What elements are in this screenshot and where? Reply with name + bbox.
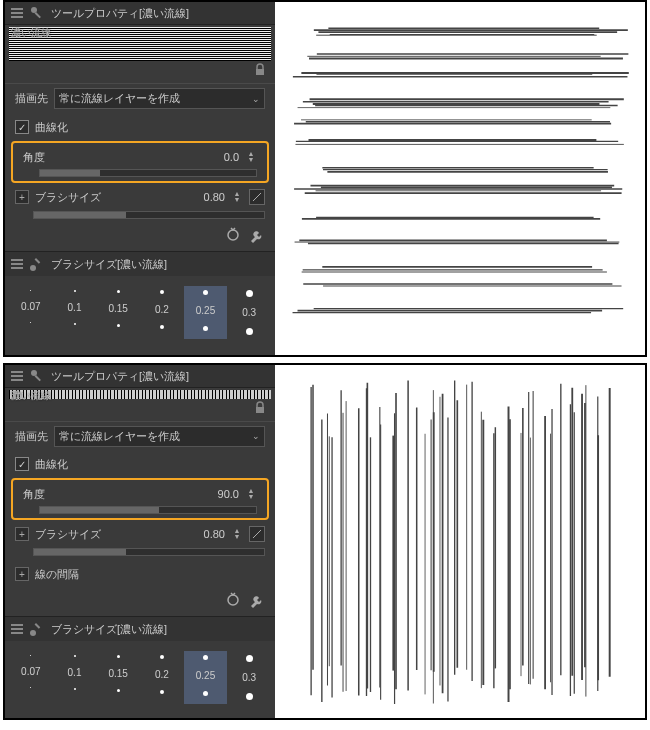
brush-size-stepper[interactable]: ▲▼ [231, 527, 243, 541]
canvas-preview-vertical [275, 365, 645, 718]
dot-icon [74, 323, 76, 325]
angle-row: 角度 0.0 ▲▼ [15, 145, 265, 169]
draw-target-row: 描画先 常に流線レイヤーを作成 ⌄ [5, 421, 275, 450]
tool-property-title: ツールプロパティ[濃い流線] [51, 6, 189, 21]
brush-size-swatches: 0.07 0.1 0.15 0.2 0.25 0.3 [5, 641, 275, 718]
example-angle-0: ツールプロパティ[濃い流線] 濃い流線 描画先 常に流線レイヤーを作成 ⌄ ✓ … [3, 0, 647, 357]
wrench-icon[interactable] [249, 592, 265, 608]
menu-icon[interactable] [11, 624, 23, 634]
curve-checkbox[interactable]: ✓ [15, 120, 29, 134]
svg-rect-53 [35, 623, 41, 629]
brush-swatch[interactable]: 0.07 [9, 651, 53, 704]
panel-footer [5, 223, 275, 252]
brush-size-value[interactable]: 0.80 [191, 191, 225, 203]
preset-name: 濃い流線 [11, 26, 51, 40]
brush-swatch[interactable]: 0.25 [184, 651, 228, 704]
brush-swatch[interactable]: 0.3 [227, 651, 271, 704]
brush-size-slider[interactable] [33, 548, 265, 556]
draw-target-label: 描画先 [15, 429, 48, 444]
pressure-toggle[interactable] [249, 526, 265, 542]
brush-size-row: + ブラシサイズ 0.80 ▲▼ [5, 183, 275, 211]
expand-icon[interactable]: + [15, 567, 29, 581]
brush-size-value[interactable]: 0.80 [191, 528, 225, 540]
canvas-preview-horizontal [275, 2, 645, 355]
dot-icon [160, 690, 164, 694]
tool-property-titlebar: ツールプロパティ[濃い流線] [5, 2, 275, 25]
svg-rect-2 [256, 69, 264, 75]
curve-row: ✓ 曲線化 [5, 113, 275, 141]
draw-target-label: 描画先 [15, 91, 48, 106]
angle-stepper[interactable]: ▲▼ [245, 150, 257, 164]
angle-stepper[interactable]: ▲▼ [245, 487, 257, 501]
angle-row: 角度 90.0 ▲▼ [15, 482, 265, 506]
expand-icon[interactable]: + [15, 527, 29, 541]
brush-swatch[interactable]: 0.1 [53, 651, 97, 704]
panel-footer [5, 588, 275, 617]
svg-point-54 [30, 630, 36, 636]
gap-label: 線の間隔 [35, 567, 79, 582]
angle-label: 角度 [23, 150, 45, 165]
brush-swatch[interactable]: 0.1 [53, 286, 97, 339]
chevron-down-icon: ⌄ [252, 431, 260, 441]
angle-label: 角度 [23, 487, 45, 502]
brush-list-title: ブラシサイズ[濃い流線] [51, 622, 167, 637]
menu-icon[interactable] [11, 8, 23, 18]
reset-icon[interactable] [225, 592, 241, 608]
draw-target-row: 描画先 常に流線レイヤーを作成 ⌄ [5, 83, 275, 113]
brush-swatch[interactable]: 0.15 [96, 651, 140, 704]
wrench-icon[interactable] [249, 227, 265, 243]
brush-list-titlebar: ブラシサイズ[濃い流線] [5, 252, 275, 276]
brush-size-slider[interactable] [33, 211, 265, 219]
pressure-toggle[interactable] [249, 189, 265, 205]
dot-icon [30, 655, 31, 656]
svg-point-52 [228, 595, 238, 605]
dot-icon [30, 290, 31, 291]
menu-icon[interactable] [11, 371, 23, 381]
angle-highlight: 角度 0.0 ▲▼ [11, 141, 269, 183]
angle-value[interactable]: 0.0 [205, 151, 239, 163]
curve-label: 曲線化 [35, 457, 68, 472]
brush-swatch[interactable]: 0.2 [140, 651, 184, 704]
dot-icon [203, 691, 208, 696]
tool-property-title: ツールプロパティ[濃い流線] [51, 369, 189, 384]
curve-row: ✓ 曲線化 [5, 450, 275, 478]
dot-icon [74, 290, 76, 292]
draw-target-select[interactable]: 常に流線レイヤーを作成 ⌄ [54, 426, 265, 447]
draw-target-select[interactable]: 常に流線レイヤーを作成 ⌄ [54, 88, 265, 109]
brush-gear-icon [29, 5, 45, 21]
draw-target-value: 常に流線レイヤーを作成 [59, 429, 180, 444]
reset-icon[interactable] [225, 227, 241, 243]
angle-highlight: 角度 90.0 ▲▼ [11, 478, 269, 520]
expand-icon[interactable]: + [15, 190, 29, 204]
angle-slider[interactable] [39, 506, 257, 514]
brush-swatch[interactable]: 0.25 [184, 286, 228, 339]
tool-property-panel: ツールプロパティ[濃い流線] 濃い流線 描画先 常に流線レイヤーを作成 ⌄ ✓ … [5, 365, 275, 718]
dot-icon [74, 688, 76, 690]
dot-icon [246, 290, 253, 297]
lock-icon[interactable] [253, 63, 267, 77]
brush-swatch[interactable]: 0.07 [9, 286, 53, 339]
svg-point-5 [30, 265, 36, 271]
brush-swatch[interactable]: 0.3 [227, 286, 271, 339]
dot-icon [160, 290, 164, 294]
dot-icon [246, 655, 253, 662]
brush-size-stepper[interactable]: ▲▼ [231, 190, 243, 204]
curve-checkbox[interactable]: ✓ [15, 457, 29, 471]
angle-value[interactable]: 90.0 [205, 488, 239, 500]
menu-icon[interactable] [11, 259, 23, 269]
tool-property-panel: ツールプロパティ[濃い流線] 濃い流線 描画先 常に流線レイヤーを作成 ⌄ ✓ … [5, 2, 275, 355]
svg-point-3 [228, 230, 238, 240]
dot-icon [203, 290, 208, 295]
dot-icon [30, 322, 31, 323]
lock-icon[interactable] [253, 401, 267, 415]
brush-size-row: + ブラシサイズ 0.80 ▲▼ [5, 520, 275, 548]
dot-icon [117, 324, 120, 327]
svg-rect-1 [35, 12, 41, 18]
brush-swatch[interactable]: 0.2 [140, 286, 184, 339]
brush-gear-icon [29, 368, 45, 384]
angle-slider[interactable] [39, 169, 257, 177]
dot-icon [30, 687, 31, 688]
brush-list-title: ブラシサイズ[濃い流線] [51, 257, 167, 272]
brush-swatch[interactable]: 0.15 [96, 286, 140, 339]
dot-icon [160, 655, 164, 659]
